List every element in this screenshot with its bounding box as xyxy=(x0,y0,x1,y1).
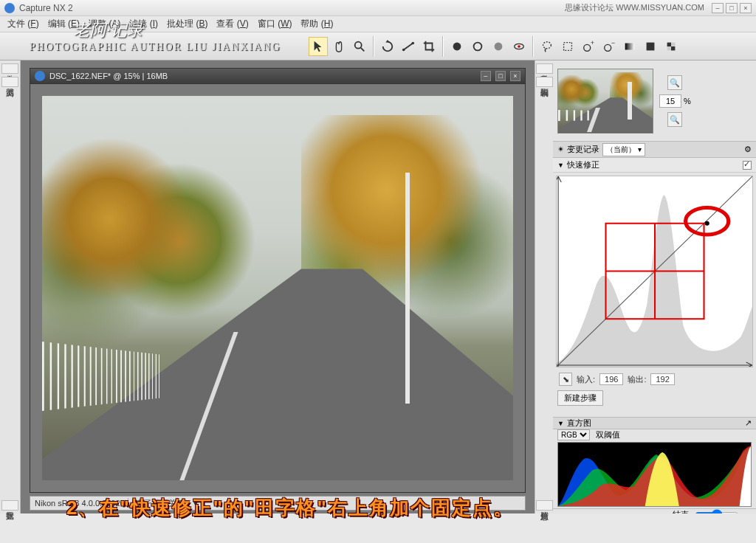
collapse-icon: ▼ xyxy=(557,162,564,169)
window-controls: – □ × xyxy=(712,3,752,13)
curve-io-row: ⬊ 输入: 196 输出: 192 xyxy=(553,370,756,388)
zoom-input[interactable] xyxy=(659,94,681,108)
workspace: DSC_1622.NEF* @ 15% | 16MB – □ × xyxy=(21,60,535,513)
zoom-in-button[interactable]: 🔍 xyxy=(667,75,682,90)
menubar: 文件 (F) 编辑 (E) 调整 (A) 滤镜 (I) 批处理 (B) 查看 (… xyxy=(0,16,756,32)
end-label: 结束 xyxy=(673,509,689,513)
channel-select[interactable]: RGB xyxy=(557,429,590,440)
app-title: Capture NX 2 xyxy=(19,3,565,13)
svg-point-27 xyxy=(686,207,729,234)
sparkle-icon: ✴ xyxy=(557,145,564,154)
gradient-tool[interactable] xyxy=(620,37,639,56)
menu-file[interactable]: 文件 (F) xyxy=(3,16,44,32)
histogram-header[interactable]: ▼ 直方图 ↗ xyxy=(553,418,756,429)
rotate-tool[interactable] xyxy=(378,37,397,56)
toolbar: + − xyxy=(0,32,756,60)
svg-point-14 xyxy=(605,44,611,51)
pointer-tool[interactable] xyxy=(309,37,328,56)
lasso-tool[interactable] xyxy=(537,37,557,56)
quickfix-header[interactable]: ▼ 快速修正 xyxy=(553,158,756,173)
input-label: 输入: xyxy=(577,374,595,385)
history-label: 变更记录 xyxy=(567,144,599,155)
doc-icon xyxy=(35,71,45,81)
threshold-label: 双阈值 xyxy=(596,429,620,440)
history-dropdown[interactable]: （当前） ▾ xyxy=(602,143,645,156)
image-window: DSC_1622.NEF* @ 15% | 16MB – □ × xyxy=(30,68,526,493)
marquee-tool[interactable] xyxy=(558,37,577,56)
img-close[interactable]: × xyxy=(510,71,520,81)
svg-point-7 xyxy=(495,42,503,50)
histogram-title: 直方图 xyxy=(567,418,591,429)
svg-rect-19 xyxy=(671,46,675,50)
output-value[interactable]: 192 xyxy=(650,373,674,385)
straighten-tool[interactable] xyxy=(399,37,418,56)
tab-editlist[interactable]: 编辑列表 xyxy=(536,77,553,87)
menu-filter[interactable]: 滤镜 (I) xyxy=(125,16,162,32)
histogram-panel: ▼ 直方图 ↗ RGB 双阈值 xyxy=(553,418,756,513)
img-minimize[interactable]: – xyxy=(481,71,491,81)
crop-tool[interactable] xyxy=(419,37,439,56)
input-value[interactable]: 196 xyxy=(599,373,623,385)
zoom-out-button[interactable]: 🔍 xyxy=(667,112,682,127)
tutorial-annotation: 2、在"快速修正"的"田字格"右上角加个固定点。 xyxy=(66,495,514,521)
new-step-button[interactable]: 新建步骤 xyxy=(557,390,603,406)
eyedropper-icon[interactable]: ⬊ xyxy=(559,373,572,386)
minimize-button[interactable]: – xyxy=(712,3,724,13)
menu-window[interactable]: 窗口 (W) xyxy=(253,16,297,32)
output-label: 输出: xyxy=(628,374,646,385)
maximize-button[interactable]: □ xyxy=(726,3,738,13)
zoom-percent: % xyxy=(684,97,691,106)
histogram-display[interactable] xyxy=(557,442,752,507)
svg-point-6 xyxy=(474,42,482,50)
blackpoint-tool[interactable] xyxy=(447,37,467,56)
graypoint-tool[interactable] xyxy=(489,37,508,56)
fill-tool[interactable] xyxy=(641,37,660,56)
menu-adjust[interactable]: 调整 (A) xyxy=(84,16,125,32)
svg-point-12 xyxy=(584,44,591,51)
tab-photoinfo[interactable]: 照片信息 xyxy=(536,500,553,511)
left-sidebar: 文件夹 浏览器 元数据 xyxy=(0,60,21,513)
checker-tool[interactable] xyxy=(662,37,681,56)
svg-rect-18 xyxy=(667,42,671,46)
svg-text:−: − xyxy=(611,40,615,46)
brush-plus-tool[interactable]: + xyxy=(579,37,598,56)
svg-point-0 xyxy=(355,41,362,48)
photo-content xyxy=(42,96,513,480)
tab-birdseye[interactable]: 鸟瞰镜头 xyxy=(536,63,553,74)
svg-rect-21 xyxy=(667,46,671,50)
img-maximize[interactable]: □ xyxy=(495,71,506,81)
svg-rect-11 xyxy=(564,42,572,50)
menu-edit[interactable]: 编辑 (E) xyxy=(44,16,84,32)
quickfix-checkbox[interactable] xyxy=(743,161,752,170)
svg-point-10 xyxy=(543,41,551,48)
menu-help[interactable]: 帮助 (H) xyxy=(296,16,337,32)
redeye-tool[interactable] xyxy=(509,37,529,56)
titlebar: Capture NX 2 思缘设计论坛 WWW.MISSYUAN.COM – □… xyxy=(0,0,756,16)
expand-icon[interactable]: ↗ xyxy=(745,418,752,428)
collapse-icon: ▼ xyxy=(557,420,564,427)
zoom-tool[interactable] xyxy=(350,37,369,56)
menu-batch[interactable]: 批处理 (B) xyxy=(162,16,212,32)
image-window-titlebar[interactable]: DSC_1622.NEF* @ 15% | 16MB – □ × xyxy=(30,68,526,84)
tone-curve[interactable] xyxy=(556,176,753,367)
end-slider[interactable] xyxy=(695,509,739,513)
brush-minus-tool[interactable]: − xyxy=(599,37,619,56)
svg-line-2 xyxy=(404,43,413,49)
whitepoint-tool[interactable] xyxy=(468,37,487,56)
tab-browser[interactable]: 浏览器 xyxy=(1,77,18,87)
tab-files[interactable]: 文件夹 xyxy=(1,63,18,74)
refresh-icon[interactable]: ⟐ xyxy=(745,511,750,513)
source-label: 思缘设计论坛 WWW.MISSYUAN.COM xyxy=(565,2,704,13)
hand-tool[interactable] xyxy=(329,37,348,56)
svg-line-1 xyxy=(361,47,365,51)
quickfix-label: 快速修正 xyxy=(567,159,599,170)
gear-icon[interactable]: ⚙ xyxy=(744,145,752,154)
menu-view[interactable]: 查看 (V) xyxy=(212,16,252,32)
close-button[interactable]: × xyxy=(740,3,752,13)
birdseye-thumbnail[interactable] xyxy=(557,69,653,134)
birdseye-panel: 🔍 % 🔍 xyxy=(553,60,756,142)
tab-metadata[interactable]: 元数据 xyxy=(1,500,18,511)
image-canvas[interactable] xyxy=(30,84,526,493)
svg-point-3 xyxy=(402,48,405,51)
svg-text:+: + xyxy=(591,40,594,46)
